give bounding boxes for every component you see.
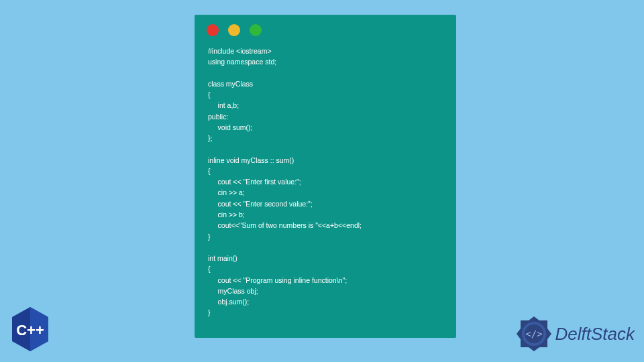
code-content: #include <iostream> using namespace std;… xyxy=(195,42,456,329)
code-window: #include <iostream> using namespace std;… xyxy=(195,15,456,338)
brand-seal-icon: </> xyxy=(515,315,553,353)
window-traffic-lights xyxy=(195,15,456,42)
svg-text:</>: </> xyxy=(525,328,542,339)
minimize-icon xyxy=(228,24,240,36)
cpp-badge-label: C++ xyxy=(16,322,44,339)
maximize-icon xyxy=(250,24,262,36)
brand-name: DelftStack xyxy=(555,324,635,345)
cpp-badge-icon: C++ xyxy=(9,306,51,353)
close-icon xyxy=(207,24,219,36)
brand-logo: </> DelftStack xyxy=(515,315,635,353)
